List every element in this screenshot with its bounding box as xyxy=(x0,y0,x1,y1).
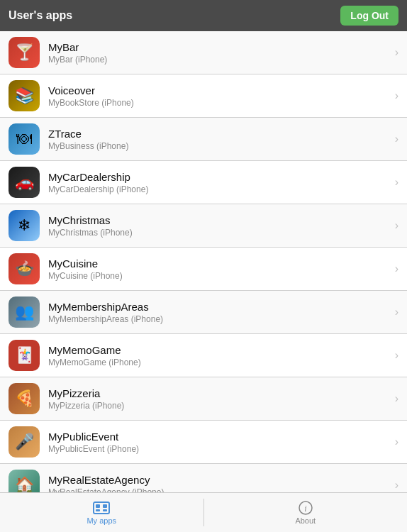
app-row-mymemogame[interactable]: 🃏MyMemoGameMyMemoGame (iPhone)› xyxy=(0,334,407,377)
app-icon-ztrace: 🍽 xyxy=(9,123,40,155)
app-row-voiceover[interactable]: 📚VoiceoverMyBookStore (iPhone)› xyxy=(0,74,407,118)
chevron-icon-myrealestate: › xyxy=(395,479,398,492)
app-row-mypublicevent[interactable]: 🎤MyPublicEventMyPublicEvent (iPhone)› xyxy=(0,421,407,464)
about-icon: i xyxy=(299,501,313,515)
logout-button[interactable]: Log Out xyxy=(340,6,398,26)
app-info-mypublicevent: MyPublicEventMyPublicEvent (iPhone) xyxy=(48,431,389,454)
chevron-icon-voiceover: › xyxy=(395,89,398,102)
app-row-ztrace[interactable]: 🍽ZTraceMyBusiness (iPhone)› xyxy=(0,118,407,161)
chevron-icon-mycuisine: › xyxy=(395,262,398,275)
app-info-voiceover: VoiceoverMyBookStore (iPhone) xyxy=(48,84,389,108)
app-name-mybar: MyBar xyxy=(48,41,389,53)
tab-myapps-label: My apps xyxy=(87,516,116,525)
app-subtitle-ztrace: MyBusiness (iPhone) xyxy=(48,141,389,151)
tab-about[interactable]: i About xyxy=(204,493,408,532)
app-icon-mymembership: 👥 xyxy=(9,297,40,328)
app-icon-mycuisine: 🍲 xyxy=(9,253,40,284)
chevron-icon-mychristmas: › xyxy=(395,219,398,232)
app-subtitle-mymemogame: MyMemoGame (iPhone) xyxy=(48,358,389,367)
app-info-mymemogame: MyMemoGameMyMemoGame (iPhone) xyxy=(48,344,389,367)
app-row-mybar[interactable]: 🍸MyBarMyBar (iPhone)› xyxy=(0,31,407,74)
chevron-icon-mypizzeria: › xyxy=(395,392,398,405)
app-info-mychristmas: MyChristmasMyChristmas (iPhone) xyxy=(48,214,389,238)
app-icon-mybar: 🍸 xyxy=(9,37,40,68)
app-name-mymemogame: MyMemoGame xyxy=(48,344,389,356)
app-name-mycuisine: MyCuisine xyxy=(48,257,389,270)
app-row-mymembership[interactable]: 👥MyMembershipAreasMyMembershipAreas (iPh… xyxy=(0,291,407,334)
app-icon-voiceover: 📚 xyxy=(9,80,40,111)
app-name-voiceover: Voiceover xyxy=(48,84,389,96)
app-info-mypizzeria: MyPizzeriaMyPizzeria (iPhone) xyxy=(48,387,389,411)
app-info-mycuisine: MyCuisineMyCuisine (iPhone) xyxy=(48,257,389,281)
myapps-icon xyxy=(93,501,110,515)
tab-bar: My apps i About xyxy=(0,492,407,532)
app-name-mypizzeria: MyPizzeria xyxy=(48,387,389,399)
svg-text:i: i xyxy=(304,504,306,514)
app-name-myrealestate: MyRealEstateAgency xyxy=(48,474,389,486)
app-icon-mypizzeria: 🍕 xyxy=(9,383,40,414)
chevron-icon-mycardealership: › xyxy=(395,176,398,189)
app-icon-myrealestate: 🏠 xyxy=(9,470,40,492)
app-icon-mypublicevent: 🎤 xyxy=(9,426,40,458)
svg-rect-2 xyxy=(103,504,107,508)
app-row-mycuisine[interactable]: 🍲MyCuisineMyCuisine (iPhone)› xyxy=(0,248,407,291)
app-subtitle-mypizzeria: MyPizzeria (iPhone) xyxy=(48,401,389,411)
app-list: 🍸MyBarMyBar (iPhone)›📚VoiceoverMyBookSto… xyxy=(0,31,407,492)
app-row-mychristmas[interactable]: ❄MyChristmasMyChristmas (iPhone)› xyxy=(0,204,407,248)
svg-rect-1 xyxy=(96,504,100,508)
tab-about-label: About xyxy=(295,516,316,525)
app-row-mypizzeria[interactable]: 🍕MyPizzeriaMyPizzeria (iPhone)› xyxy=(0,377,407,421)
app-icon-mychristmas: ❄ xyxy=(9,210,40,241)
app-subtitle-mypublicevent: MyPublicEvent (iPhone) xyxy=(48,444,389,454)
svg-rect-0 xyxy=(94,502,109,514)
app-row-mycardealership[interactable]: 🚗MyCarDealershipMyCarDealership (iPhone)… xyxy=(0,161,407,204)
chevron-icon-mybar: › xyxy=(395,46,398,59)
app-subtitle-mymembership: MyMembershipAreas (iPhone) xyxy=(48,314,389,324)
app-subtitle-mycuisine: MyCuisine (iPhone) xyxy=(48,271,389,281)
chevron-icon-ztrace: › xyxy=(395,133,398,145)
app-name-mycardealership: MyCarDealership xyxy=(48,171,389,183)
app-subtitle-voiceover: MyBookStore (iPhone) xyxy=(48,98,389,108)
app-subtitle-mybar: MyBar (iPhone) xyxy=(48,55,389,65)
app-info-mybar: MyBarMyBar (iPhone) xyxy=(48,41,389,65)
chevron-icon-mymemogame: › xyxy=(395,349,398,362)
header-title: User's apps xyxy=(9,9,72,22)
app-row-myrealestate[interactable]: 🏠MyRealEstateAgencyMyRealEstateAgency (i… xyxy=(0,464,407,492)
app-name-ztrace: ZTrace xyxy=(48,128,389,140)
app-info-mymembership: MyMembershipAreasMyMembershipAreas (iPho… xyxy=(48,301,389,324)
app-subtitle-mycardealership: MyCarDealership (iPhone) xyxy=(48,184,389,194)
chevron-icon-mypublicevent: › xyxy=(395,436,398,448)
app-icon-mymemogame: 🃏 xyxy=(9,340,40,371)
app-name-mychristmas: MyChristmas xyxy=(48,214,389,226)
app-name-mymembership: MyMembershipAreas xyxy=(48,301,389,313)
app-info-ztrace: ZTraceMyBusiness (iPhone) xyxy=(48,128,389,151)
svg-rect-4 xyxy=(103,509,107,511)
svg-rect-3 xyxy=(96,509,100,511)
app-info-myrealestate: MyRealEstateAgencyMyRealEstateAgency (iP… xyxy=(48,474,389,493)
app-subtitle-mychristmas: MyChristmas (iPhone) xyxy=(48,228,389,238)
chevron-icon-mymembership: › xyxy=(395,306,398,318)
app-subtitle-myrealestate: MyRealEstateAgency (iPhone) xyxy=(48,487,389,493)
app-name-mypublicevent: MyPublicEvent xyxy=(48,431,389,443)
app-icon-mycardealership: 🚗 xyxy=(9,167,40,198)
tab-myapps[interactable]: My apps xyxy=(0,493,203,532)
app-info-mycardealership: MyCarDealershipMyCarDealership (iPhone) xyxy=(48,171,389,194)
header: User's apps Log Out xyxy=(0,0,407,31)
